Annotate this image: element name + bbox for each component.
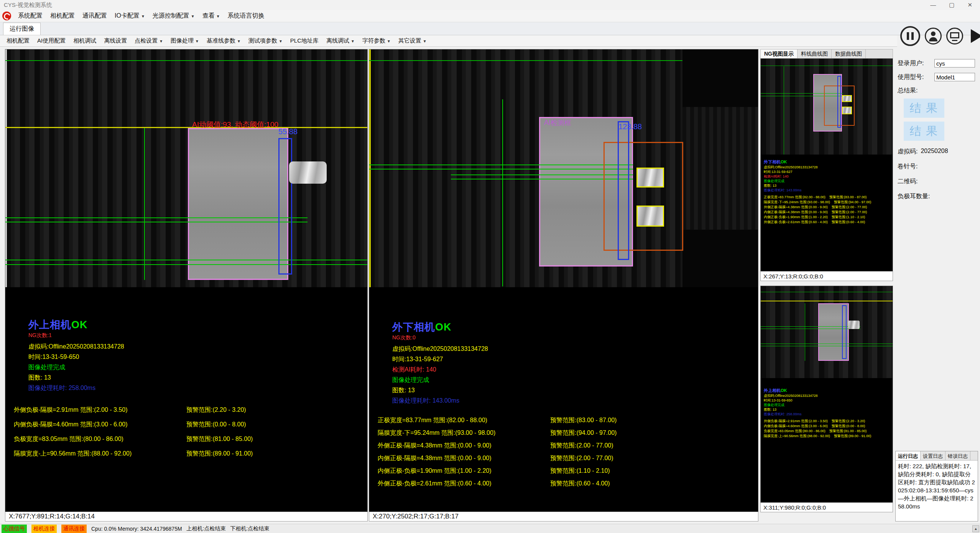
toolbar-item[interactable]: 测试项参数▼ (245, 36, 286, 46)
screen-icon (950, 32, 959, 38)
measurement-value: 外侧正极-负极=2.61mm 范围:(0.60 - 4.00) (764, 220, 828, 224)
roi-yellow-box (636, 168, 664, 188)
menu-item[interactable]: 系统配置 (14, 10, 46, 21)
camera-status-line: 虚拟码:Offline20250208133134728 (392, 344, 495, 354)
measurement-warning-range: 预警范围:(81.00 - 85.00) (829, 429, 867, 433)
menu-item[interactable]: 查看▼ (199, 10, 224, 21)
camera-status-line: 时间:13-31-59-627 (764, 169, 891, 174)
roi-orange-box (603, 142, 683, 251)
toolbar-item[interactable]: 离线设置 (100, 36, 130, 46)
measurement-warning-range: 预警范围:(81.00 - 85.00) (186, 435, 253, 443)
mini-yellow-box (842, 95, 852, 102)
ng-thumbnail-1[interactable]: 外下相机OK 虚拟码:Offline20250208133134728 时间:1… (760, 58, 893, 271)
close-button[interactable]: ✕ (967, 2, 972, 8)
login-user-input[interactable] (934, 59, 975, 67)
measurement-warning-range: 预警范围:(94.00 - 97.00) (550, 429, 617, 437)
camera-status-line: 时间:13-31-59-650 (28, 352, 132, 362)
comm-connection-badge: 通讯连接 (61, 525, 87, 533)
green-line (369, 165, 633, 165)
toolbar-item[interactable]: AI使用配置 (34, 36, 69, 46)
camera-status-line: 时间:13-31-59-650 (764, 398, 891, 403)
measurement-value: 隔膜宽度-下=95.24mm 范围:(93.00 - 98.00) (378, 429, 495, 436)
log-tab[interactable]: 错误日志 (945, 451, 970, 460)
measurement-warning-range: 预警范围:(0.00 - 8.00) (186, 421, 246, 429)
ng-count: NG次数:0 (392, 334, 495, 341)
toolbar-item[interactable]: 相机调试 (70, 36, 100, 46)
camera-status-line: 图像处理耗时: 143.00ms (392, 395, 495, 406)
measurement-list: 外侧负极-隔膜=2.91mm 范围:(2.00 - 3.50)预警范围:(2.2… (14, 406, 132, 464)
camera-status-line: 图像处理完成 (392, 375, 495, 385)
menu-item[interactable]: 相机配置 (46, 10, 79, 21)
mini-green-line (761, 346, 893, 346)
run-arrow-icon[interactable] (971, 29, 980, 43)
config-toolbar: 相机配置 AI使用配置 相机调试 离线设置 点检设置▼ 图像处理▼ 基准线参数▼… (0, 35, 897, 47)
cpu-memory-text: Cpu: 0.0% Memory: 3424.41796875M (91, 526, 182, 532)
camera-status-line: 图数: 13 (28, 372, 132, 383)
model-input[interactable] (934, 73, 975, 81)
menu-bar: 系统配置 相机配置 通讯配置 IO卡配置▼ 光源控制配置▼ 查看▼ 系统语言切换 (0, 10, 980, 22)
measurement-warning-range: 预警范围:(94.00 - 97.00) (834, 200, 871, 204)
measurement-row: 隔膜宽度-上=90.56mm 范围:(88.00 - 92.00)预警范围:(8… (764, 434, 891, 439)
ng-view-column: NG视图显示 料线曲线图 数据曲线图 外下相机OK 虚拟码:Offline202… (760, 49, 893, 512)
ng-thumbnail-2[interactable]: 外上相机OK 虚拟码:Offline20250208133134728 时间:1… (760, 286, 893, 503)
ng-view-tab[interactable]: 料线曲线图 (797, 49, 832, 58)
measurement-row: 内侧负极-隔膜=4.60mm 范围:(3.00 - 6.00)预警范围:(0.0… (14, 421, 132, 435)
measurement-row: 内侧正极-隔膜=4.38mm 范围:(0.00 - 9.00)预警范围:(2.0… (378, 454, 495, 467)
upper-camera-status: 上相机:点检结束 (187, 525, 226, 532)
measurement-row: 外侧负极-隔膜=2.91mm 范围:(2.00 - 3.50)预警范围:(2.2… (764, 419, 891, 424)
menu-item[interactable]: 光源控制配置▼ (149, 10, 199, 21)
vcode-value: 20250208 (921, 148, 948, 156)
toolbar-item[interactable]: 其它设置▼ (395, 36, 430, 46)
menu-item[interactable]: IO卡配置▼ (111, 10, 149, 21)
toolbar-item[interactable]: 离线调试▼ (323, 36, 358, 46)
app-window: CYS-视觉检测系统 — ▢ ✕ 系统配置 相机配置 通讯配置 IO卡配置▼ 光… (0, 0, 980, 533)
log-content: 耗时: 222, 缺陷检测耗时: 17, 缺陷分类耗时: 0, 缺陷提取分区耗时… (896, 461, 978, 521)
menu-items: 系统配置 相机配置 通讯配置 IO卡配置▼ 光源控制配置▼ 查看▼ 系统语言切换 (14, 10, 268, 21)
toolbar-item[interactable]: 基准线参数▼ (203, 36, 244, 46)
toolbar-item[interactable]: 字符参数▼ (359, 36, 394, 46)
info-fields: 登录用户: 使用型号: 总结果: 结 果 结 果 虚拟码: 20250208 卷… (895, 49, 978, 201)
scroll-up-icon[interactable]: ▲ (972, 525, 979, 532)
camera-status-line: 时间:13-31-59-627 (392, 354, 495, 364)
measurement-warning-range: 预警范围:(2.00 - 77.00) (550, 454, 613, 462)
menu-item[interactable]: 通讯配置 (79, 10, 111, 21)
tab-run-image[interactable]: 运行图像 (3, 23, 41, 35)
measurement-value: 负极宽度=83.05mm 范围:(80.00 - 86.00) (764, 429, 825, 433)
toolbar-item[interactable]: 图像处理▼ (167, 36, 202, 46)
lower-camera-panel: AI检测框 123.88 外下相机OK NG次数:0 虚拟码:Offline20… (369, 49, 758, 521)
log-tab[interactable]: 运行日志 (896, 451, 921, 460)
measure-value-label: 55.88 (278, 127, 298, 136)
measurement-warning-range: 预警范围:(83.00 - 87.00) (550, 416, 617, 424)
pause-button[interactable] (900, 26, 920, 46)
upper-camera-view[interactable]: AI动阈值:93, 动态阈值:100 55.88 外上相机OK NG次数:1 虚… (5, 49, 368, 512)
lower-camera-view[interactable]: AI检测框 123.88 外下相机OK NG次数:0 虚拟码:Offline20… (369, 49, 758, 512)
roll-label: 卷针号: (898, 163, 918, 171)
toolbar-item[interactable]: 点检设置▼ (131, 36, 166, 46)
ng-view-tab[interactable]: 数据曲线图 (832, 49, 866, 58)
model-field: 使用型号: (898, 73, 978, 81)
menu-item[interactable]: 系统语言切换 (224, 10, 268, 21)
camera-info-lines: 虚拟码:Offline20250208133134728 时间:13-31-59… (28, 341, 132, 393)
heartbeat-badge: 心跳信号 (2, 525, 27, 533)
mini-camera-title: 外下相机OK (764, 159, 891, 165)
user-button[interactable] (925, 28, 942, 44)
mini-measurements: 外侧负极-隔膜=2.91mm 范围:(2.00 - 3.50)预警范围:(2.2… (764, 419, 891, 439)
qr-label: 二维码: (898, 178, 918, 186)
ng-view-tab[interactable]: NG视图显示 (761, 49, 797, 58)
mini-camera-title: 外上相机OK (764, 388, 891, 393)
maximize-button[interactable]: ▢ (949, 2, 954, 8)
chevron-down-icon: ▼ (423, 39, 427, 43)
measurement-warning-range: 预警范围:(0.00 - 8.00) (832, 424, 865, 428)
total-result-label: 总结果: (898, 87, 978, 95)
camera-status-line: 图数: 13 (764, 183, 891, 188)
toolbar-item[interactable]: PLC地址库 (287, 36, 322, 46)
measurement-warning-range: 预警范围:(2.00 - 77.00) (832, 210, 867, 214)
minimize-button[interactable]: — (930, 2, 936, 8)
roi-blue-box (618, 121, 629, 260)
mini-green-line (761, 66, 893, 66)
measure-value-label: 123.88 (618, 122, 642, 131)
screen-button[interactable] (946, 28, 963, 44)
log-tab[interactable]: 设置日志 (921, 451, 945, 460)
camera-status-line: 虚拟码:Offline20250208133134728 (764, 165, 891, 169)
toolbar-item[interactable]: 相机配置 (3, 36, 33, 46)
